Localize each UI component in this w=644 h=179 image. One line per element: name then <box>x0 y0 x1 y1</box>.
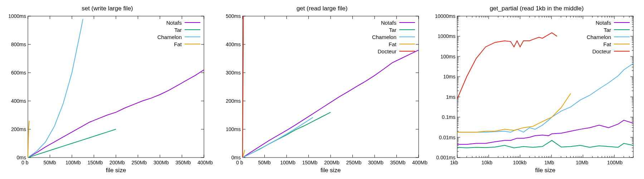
legend-label: Chamelon <box>372 34 396 40</box>
x-axis-label: file size <box>243 167 419 174</box>
legend: NotafsTarChamelonFat <box>157 19 200 48</box>
y-tick-label: 300ms <box>226 70 241 76</box>
series-tar <box>457 140 633 148</box>
x-tick-label: 200Mb <box>324 160 340 165</box>
y-tick-label: 100ms <box>226 126 241 132</box>
legend-item: Chamelon <box>372 33 415 40</box>
series-notafs <box>243 50 419 158</box>
x-tick-label: 1kb <box>450 160 458 165</box>
series-docteur <box>457 33 557 99</box>
x-tick-label: 10kb <box>482 160 492 165</box>
x-tick-label: 150Mb <box>88 160 103 165</box>
legend-swatch <box>185 29 200 30</box>
legend-item: Tar <box>587 26 630 33</box>
y-tick-label: 1000ms <box>8 13 26 19</box>
y-tick-label: 500ms <box>226 13 241 19</box>
legend-label: Chamelon <box>587 34 611 40</box>
x-tick-label: 250Mb <box>132 160 147 165</box>
legend-label: Chamelon <box>157 34 182 40</box>
legend-label: Fat <box>174 41 182 47</box>
legend-item: Notafs <box>372 19 415 26</box>
legend-swatch <box>185 44 200 44</box>
x-axis-label: file size <box>28 167 204 174</box>
legend-item: Chamelon <box>157 33 200 40</box>
y-tick-label: 10000ms <box>435 13 455 19</box>
legend-label: Fat <box>389 41 396 47</box>
series-notafs <box>28 70 204 158</box>
y-tick-label: 200ms <box>11 126 26 132</box>
x-tick-label: 0 b <box>236 160 243 165</box>
y-tick-label: 10ms <box>443 74 455 79</box>
x-tick-label: 100Mb <box>65 160 81 165</box>
x-tick-label: 150Mb <box>302 160 318 165</box>
legend-swatch <box>399 51 415 52</box>
x-tick-label: 350Mb <box>390 160 406 165</box>
legend-swatch <box>614 44 630 44</box>
y-tick-label: 400ms <box>226 42 241 47</box>
y-tick-label: 200ms <box>226 98 241 104</box>
x-tick-label: 250Mb <box>346 160 362 165</box>
legend-label: Tar <box>604 27 611 33</box>
legend-swatch <box>185 22 200 23</box>
y-tick-label: 800ms <box>11 42 26 47</box>
legend-item: Fat <box>587 40 630 48</box>
legend-label: Docteur <box>592 48 611 54</box>
legend-label: Notafs <box>166 20 182 26</box>
chart-panel: get (read large file)0ms100ms200ms300ms4… <box>215 0 429 179</box>
legend-item: Docteur <box>372 48 415 55</box>
x-tick-label: 100Mb <box>607 160 623 165</box>
x-tick-label: 0 b <box>21 160 28 165</box>
x-tick-label: 350Mb <box>176 160 191 165</box>
legend-label: Fat <box>603 41 611 47</box>
x-tick-label: 10Mb <box>576 160 588 165</box>
y-tick-label: 600ms <box>11 70 26 76</box>
legend-swatch <box>399 37 415 37</box>
x-tick-label: 50Mb <box>258 160 271 165</box>
legend-swatch <box>399 44 415 44</box>
series-chamelon <box>457 63 633 132</box>
x-tick-label: 100kb <box>513 160 527 165</box>
chart-panel: get_partial (read 1kb in the middle)0.00… <box>429 0 644 179</box>
y-tick-label: 1ms <box>446 94 455 100</box>
legend-item: Tar <box>372 26 415 33</box>
y-tick-label: 1000ms <box>438 33 455 39</box>
y-tick-label: 0.1ms <box>442 114 455 120</box>
legend-item: Fat <box>372 40 415 48</box>
legend-swatch <box>399 22 415 23</box>
x-tick-label: 200Mb <box>109 160 125 165</box>
legend: NotafsTarChamelonFatDocteur <box>372 19 415 55</box>
x-tick-label: 400Mb <box>197 160 213 165</box>
legend-item: Chamelon <box>587 33 630 40</box>
y-tick-label: 0.01ms <box>439 135 455 140</box>
legend-swatch <box>399 29 415 30</box>
series-tar <box>28 129 116 158</box>
x-tick-label: 50Mb <box>44 160 56 165</box>
y-tick-label: 400ms <box>11 98 26 104</box>
legend-item: Notafs <box>587 19 630 26</box>
legend-item: Fat <box>157 40 200 48</box>
legend-label: Notafs <box>381 20 396 26</box>
series-tar <box>243 112 331 158</box>
x-tick-label: 1Mb <box>544 160 554 165</box>
legend: NotafsTarChamelonFatDocteur <box>587 19 630 55</box>
x-axis-label: file size <box>457 167 633 174</box>
legend-label: Docteur <box>377 48 396 54</box>
legend-item: Docteur <box>587 48 630 55</box>
legend-swatch <box>614 29 630 30</box>
x-tick-label: 300Mb <box>368 160 384 165</box>
legend-item: Tar <box>157 26 200 33</box>
legend-swatch <box>614 51 630 52</box>
legend-swatch <box>614 22 630 23</box>
legend-swatch <box>185 37 200 37</box>
chart-panel: set (write large file)0ms200ms400ms600ms… <box>0 0 215 179</box>
series-chamelon <box>243 117 313 158</box>
x-tick-label: 300Mb <box>153 160 169 165</box>
legend-label: Tar <box>174 27 182 33</box>
y-tick-label: 100ms <box>440 54 455 59</box>
legend-item: Notafs <box>157 19 200 26</box>
x-tick-label: 100Mb <box>280 160 296 165</box>
x-tick-label: 400Mb <box>412 160 428 165</box>
series-fat <box>28 121 29 158</box>
legend-label: Tar <box>389 27 396 33</box>
legend-label: Notafs <box>596 20 611 26</box>
